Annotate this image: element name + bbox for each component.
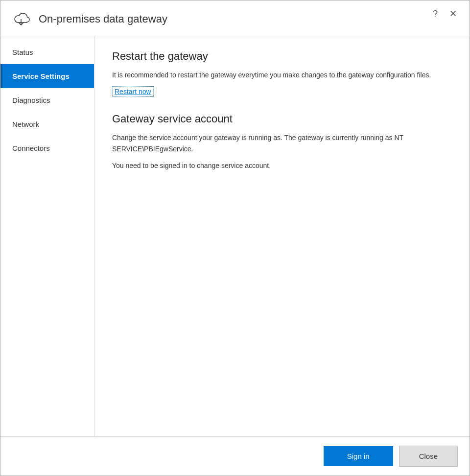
sidebar-item-network[interactable]: Network xyxy=(0,112,94,136)
title-left: On-premises data gateway xyxy=(10,8,167,30)
service-account-title: Gateway service account xyxy=(112,113,452,125)
sidebar-item-service-settings[interactable]: Service Settings xyxy=(0,64,94,88)
service-account-description: Change the service account your gateway … xyxy=(112,132,445,154)
restart-section-title: Restart the gateway xyxy=(112,50,452,63)
sign-in-button[interactable]: Sign in xyxy=(324,446,393,466)
main-content: Status Service Settings Diagnostics Netw… xyxy=(0,36,470,436)
close-window-button[interactable]: ✕ xyxy=(446,8,460,19)
app-title: On-premises data gateway xyxy=(39,13,167,25)
close-button[interactable]: Close xyxy=(399,446,458,467)
main-window: On-premises data gateway ? ✕ Status Serv… xyxy=(0,0,470,476)
cloud-icon xyxy=(10,8,32,30)
restart-description: It is recommended to restart the gateway… xyxy=(112,70,445,80)
sidebar-item-connectors[interactable]: Connectors xyxy=(0,136,94,160)
help-button[interactable]: ? xyxy=(430,8,441,19)
title-bar: On-premises data gateway ? ✕ xyxy=(0,0,470,36)
sidebar: Status Service Settings Diagnostics Netw… xyxy=(0,36,94,436)
content-area: Restart the gateway It is recommended to… xyxy=(94,36,470,436)
sidebar-item-diagnostics[interactable]: Diagnostics xyxy=(0,88,94,112)
footer: Sign in Close xyxy=(0,436,470,476)
restart-now-link[interactable]: Restart now xyxy=(112,86,154,97)
title-controls: ? ✕ xyxy=(430,8,460,19)
sidebar-item-status[interactable]: Status xyxy=(0,40,94,64)
sign-in-note: You need to be signed in to change servi… xyxy=(112,160,445,171)
